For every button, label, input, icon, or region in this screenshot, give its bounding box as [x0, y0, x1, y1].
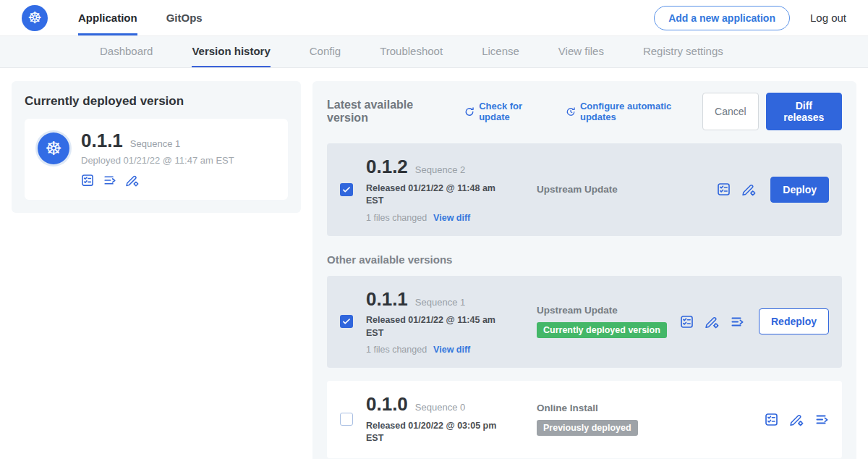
sequence-label: Sequence 1 — [415, 297, 465, 308]
configure-automatic-updates-link[interactable]: Configure automatic updates — [566, 101, 702, 122]
edit-config-icon[interactable] — [705, 315, 719, 329]
deployed-version-number: 0.1.1 — [81, 130, 123, 151]
version-info: 0.1.1 Sequence 1 Released 01/21/22 @ 11:… — [366, 289, 534, 355]
currently-deployed-badge: Currently deployed version — [537, 322, 667, 338]
source-label: Upstream Update — [537, 305, 680, 316]
subnav-dashboard[interactable]: Dashboard — [100, 36, 153, 67]
available-versions-panel: Latest available version Check for updat… — [312, 81, 856, 459]
view-diff-link[interactable]: View diff — [433, 213, 470, 223]
add-new-application-button[interactable]: Add a new application — [654, 6, 790, 30]
version-number: 0.1.1 — [366, 289, 408, 310]
version-source: Upstream Update Currently deployed versi… — [534, 305, 680, 338]
edit-config-icon[interactable] — [126, 174, 139, 187]
version-checkbox[interactable] — [340, 413, 353, 426]
release-notes-icon[interactable] — [765, 413, 778, 426]
version-number: 0.1.0 — [366, 394, 408, 415]
version-actions — [765, 413, 829, 426]
diff-releases-button[interactable]: Diff releases — [766, 93, 842, 130]
version-row: 0.1.2 Sequence 2 Released 01/21/22 @ 11:… — [327, 143, 842, 236]
check-for-update-link[interactable]: Check for update — [464, 101, 551, 122]
version-row: 0.1.0 Sequence 0 Released 01/20/22 @ 03:… — [327, 381, 842, 458]
deploy-button[interactable]: Deploy — [770, 177, 829, 203]
sequence-label: Sequence 0 — [415, 402, 465, 413]
redeploy-button[interactable]: Redeploy — [759, 308, 829, 334]
row-spacer — [327, 368, 842, 381]
deploy-logs-icon[interactable] — [103, 174, 116, 187]
version-checkbox[interactable] — [340, 315, 353, 328]
version-source: Online Install Previously deployed — [534, 403, 765, 436]
version-actions: Deploy — [717, 177, 829, 203]
deployed-version-details: 0.1.1 Sequence 1 Deployed 01/21/22 @ 11:… — [81, 130, 234, 187]
version-info: 0.1.0 Sequence 0 Released 01/20/22 @ 03:… — [366, 394, 534, 445]
version-number: 0.1.2 — [366, 156, 408, 177]
released-timestamp: Released 01/20/22 @ 03:05 pm EST — [366, 420, 514, 445]
tab-gitops[interactable]: GitOps — [166, 0, 203, 35]
main-content: Currently deployed version ☸ 0.1.1 Seque… — [0, 68, 868, 459]
deploy-logs-icon[interactable] — [731, 315, 744, 329]
other-available-versions-title: Other available versions — [327, 253, 842, 266]
subnav-version-history[interactable]: Version history — [192, 36, 270, 67]
released-timestamp: Released 01/21/22 @ 11:48 am EST — [366, 182, 514, 208]
release-notes-icon[interactable] — [680, 315, 694, 329]
version-actions: Redeploy — [680, 308, 829, 334]
tab-application[interactable]: Application — [78, 0, 137, 35]
view-diff-link[interactable]: View diff — [433, 345, 470, 355]
source-label: Upstream Update — [537, 184, 717, 195]
subnav-config[interactable]: Config — [310, 36, 341, 67]
sequence-label: Sequence 2 — [415, 164, 465, 175]
subnav-view-files[interactable]: View files — [558, 36, 604, 67]
released-timestamp: Released 01/21/22 @ 11:45 am EST — [366, 314, 514, 340]
release-notes-icon[interactable] — [717, 182, 731, 196]
previously-deployed-badge: Previously deployed — [537, 420, 638, 436]
currently-deployed-title: Currently deployed version — [25, 94, 288, 109]
app-tabs: Application GitOps — [78, 0, 231, 35]
files-changed-label: 1 files changed — [366, 345, 427, 355]
refresh-icon — [464, 106, 475, 117]
release-notes-icon[interactable] — [81, 174, 94, 187]
deploy-logs-icon[interactable] — [815, 413, 829, 426]
top-navbar: ☸ Application GitOps Add a new applicati… — [0, 0, 868, 36]
kubernetes-app-icon: ☸ — [38, 132, 69, 164]
version-source: Upstream Update — [534, 184, 717, 195]
latest-available-title: Latest available version — [327, 98, 450, 125]
cancel-button[interactable]: Cancel — [702, 93, 759, 130]
version-info: 0.1.2 Sequence 2 Released 01/21/22 @ 11:… — [366, 156, 534, 223]
deployed-sequence-label: Sequence 1 — [130, 138, 180, 149]
check-for-update-label: Check for update — [479, 101, 551, 122]
header-actions: Cancel Diff releases — [702, 93, 842, 130]
files-changed-label: 1 files changed — [366, 213, 427, 223]
kubernetes-logo-icon: ☸ — [22, 5, 48, 31]
logout-link[interactable]: Log out — [810, 12, 846, 24]
edit-config-icon[interactable] — [742, 182, 756, 196]
source-label: Online Install — [537, 403, 765, 413]
app-subnav: Dashboard Version history Config Trouble… — [0, 36, 868, 68]
deployed-icon-row — [81, 174, 234, 187]
navbar-right: Add a new application Log out — [654, 6, 868, 30]
subnav-license[interactable]: License — [482, 36, 519, 67]
available-versions-header: Latest available version Check for updat… — [327, 93, 842, 130]
subnav-troubleshoot[interactable]: Troubleshoot — [380, 36, 443, 67]
version-row: 0.1.1 Sequence 1 Released 01/21/22 @ 11:… — [327, 276, 842, 369]
auto-update-clock-icon — [566, 106, 576, 117]
subnav-registry-settings[interactable]: Registry settings — [643, 36, 723, 67]
currently-deployed-panel: Currently deployed version ☸ 0.1.1 Seque… — [12, 81, 301, 213]
edit-config-icon[interactable] — [790, 413, 804, 426]
deployed-version-card: ☸ 0.1.1 Sequence 1 Deployed 01/21/22 @ 1… — [25, 119, 288, 200]
deployed-timestamp: Deployed 01/21/22 @ 11:47 am EST — [81, 155, 234, 166]
configure-automatic-updates-label: Configure automatic updates — [580, 101, 702, 122]
version-checkbox[interactable] — [340, 183, 353, 196]
